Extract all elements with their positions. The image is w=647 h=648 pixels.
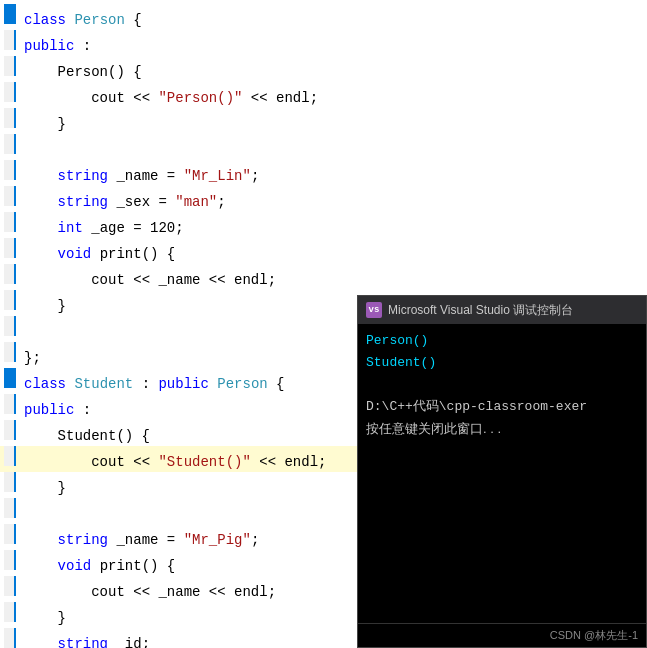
gutter-13 (4, 316, 16, 336)
line-10-content: void print() { (24, 244, 647, 264)
console-line-4: D:\C++代码\cpp-classroom-exer (366, 396, 638, 418)
console-line-3 (366, 374, 638, 396)
gutter-23 (4, 576, 16, 596)
console-body: Person() Student() D:\C++代码\cpp-classroo… (358, 324, 646, 623)
line-7-content: string _name = "Mr_Lin"; (24, 166, 647, 186)
line-8-content: string _sex = "man"; (24, 192, 647, 212)
gutter-17 (4, 420, 16, 440)
code-line-3: Person() { (0, 56, 647, 82)
code-line-6 (0, 134, 647, 160)
console-footer: CSDN @林先生-1 (358, 623, 646, 647)
main-container: class Person { public : Person() { cout … (0, 0, 647, 648)
console-line-1: Person() (366, 330, 638, 352)
gutter-16 (4, 394, 16, 414)
gutter-1 (4, 4, 16, 24)
vs-icon: vs (366, 302, 382, 318)
gutter-2 (4, 30, 16, 50)
console-line-5: 按任意键关闭此窗口. . . (366, 418, 638, 440)
gutter-11 (4, 264, 16, 284)
gutter-3 (4, 56, 16, 76)
code-line-7: string _name = "Mr_Lin"; (0, 160, 647, 186)
code-line-1: class Person { (0, 4, 647, 30)
code-line-2: public : (0, 30, 647, 56)
gutter-6 (4, 134, 16, 154)
gutter-19 (4, 472, 16, 492)
line-4-content: cout << "Person()" << endl; (24, 88, 647, 108)
line-5-content: } (24, 114, 647, 134)
line-11-content: cout << _name << endl; (24, 270, 647, 290)
gutter-22 (4, 550, 16, 570)
gutter-10 (4, 238, 16, 258)
console-panel: vs Microsoft Visual Studio 调试控制台 Person(… (357, 295, 647, 648)
gutter-24 (4, 602, 16, 622)
gutter-20 (4, 498, 16, 518)
line-3-content: Person() { (24, 62, 647, 82)
console-title: Microsoft Visual Studio 调试控制台 (388, 302, 573, 319)
gutter-4 (4, 82, 16, 102)
code-line-10: void print() { (0, 238, 647, 264)
gutter-9 (4, 212, 16, 232)
gutter-7 (4, 160, 16, 180)
gutter-12 (4, 290, 16, 310)
gutter-8 (4, 186, 16, 206)
line-1-content: class Person { (24, 10, 647, 30)
line-6-content (24, 140, 647, 160)
console-line-2: Student() (366, 352, 638, 374)
code-line-5: } (0, 108, 647, 134)
code-line-8: string _sex = "man"; (0, 186, 647, 212)
code-line-4: cout << "Person()" << endl; (0, 82, 647, 108)
code-line-11: cout << _name << endl; (0, 264, 647, 290)
code-line-9: int _age = 120; (0, 212, 647, 238)
line-2-content: public : (24, 36, 647, 56)
gutter-18 (4, 446, 16, 466)
gutter-15 (4, 368, 16, 388)
gutter-25 (4, 628, 16, 648)
gutter-14 (4, 342, 16, 362)
gutter-21 (4, 524, 16, 544)
gutter-5 (4, 108, 16, 128)
line-9-content: int _age = 120; (24, 218, 647, 238)
console-titlebar: vs Microsoft Visual Studio 调试控制台 (358, 296, 646, 324)
